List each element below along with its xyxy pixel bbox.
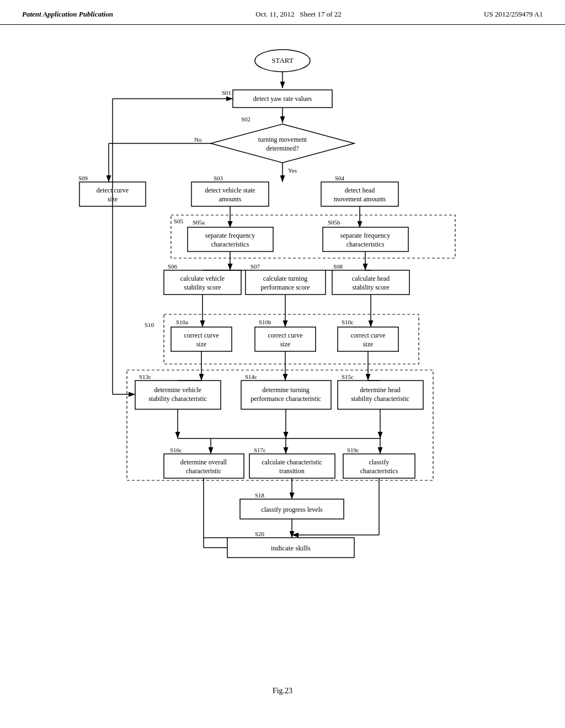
header-left: Patent Application Publication [22, 10, 113, 19]
s10a-label: S10a [176, 319, 188, 325]
svg-text:characteristics: characteristics [347, 240, 385, 248]
s04-label: S04 [335, 175, 345, 181]
svg-text:determined?: determined? [266, 144, 299, 152]
s03-label: S03 [214, 175, 223, 181]
svg-text:transition: transition [279, 467, 304, 475]
header-center: Oct. 11, 2012 Sheet 17 of 22 [255, 10, 342, 19]
header-right: US 2012/259479 A1 [484, 10, 543, 19]
fig-caption: Fig.23 [273, 687, 292, 695]
page-header: Patent Application Publication Oct. 11, … [0, 0, 565, 25]
header-sheet: Sheet 17 of 22 [300, 10, 341, 18]
flowchart-svg: START S01 detect yaw rate values S02 tur… [45, 41, 520, 676]
svg-marker-5 [211, 124, 354, 163]
s05a-text: separate frequency [205, 232, 255, 239]
svg-text:characteristics: characteristics [211, 240, 249, 248]
svg-text:performance characteristic: performance characteristic [250, 395, 321, 403]
svg-text:characteristic: characteristic [186, 467, 221, 475]
s10b-text: correct curve [268, 331, 303, 339]
s20-text: indicate skills [271, 544, 311, 552]
s15c-text: determine head [360, 386, 401, 394]
s07-text: calculate turning [263, 275, 307, 282]
s02-text: turning movement [258, 136, 307, 143]
s02-label: S02 [241, 116, 250, 122]
s05b-text: separate frequency [340, 232, 390, 239]
s13c-label: S13c [139, 373, 151, 380]
header-date: Oct. 11, 2012 [255, 10, 294, 18]
s18-label: S18 [255, 492, 265, 499]
svg-text:stability score: stability score [184, 283, 221, 291]
s20-label: S20 [255, 531, 265, 537]
s08-text: calculate head [352, 275, 390, 282]
s05-label: S05 [174, 218, 184, 224]
s07-label: S07 [250, 263, 260, 270]
start-label: START [271, 56, 293, 65]
svg-text:amounts: amounts [219, 195, 242, 203]
svg-text:stability characteristic: stability characteristic [148, 395, 207, 403]
s19c-text: classify [369, 458, 390, 466]
s10-label: S10 [145, 322, 154, 328]
svg-text:performance score: performance score [261, 283, 310, 291]
s15c-label: S15c [342, 373, 354, 380]
s10c-text: correct curve [351, 331, 386, 339]
s10c-label: S10c [342, 319, 354, 325]
s17c-label: S17c [254, 447, 266, 453]
yes-label: Yes [288, 167, 297, 174]
no-label: No [194, 136, 202, 143]
svg-text:size: size [196, 340, 207, 348]
s14c-label: S14c [245, 373, 257, 380]
s19c-label: S19c [347, 447, 359, 453]
s08-label: S08 [333, 263, 343, 270]
s18-text: classify progress levels [261, 506, 323, 513]
diagram-area: START S01 detect yaw rate values S02 tur… [0, 25, 565, 712]
s14c-text: determine turning [262, 386, 310, 394]
svg-text:characteristics: characteristics [360, 467, 398, 475]
svg-text:size: size [363, 340, 374, 348]
s01-text: detect yaw rate values [253, 95, 312, 103]
s01-label: S01 [222, 89, 231, 96]
fig-title: Fig.23 [273, 687, 292, 695]
s05b-label: S05b [328, 219, 340, 226]
s10a-text: correct curve [184, 331, 219, 339]
s06-label: S06 [168, 263, 178, 270]
s04-text: detect head [345, 186, 375, 194]
s13c-text: determine vehicle [154, 386, 201, 394]
svg-text:stability characteristic: stability characteristic [351, 395, 409, 403]
s05a-label: S05a [193, 219, 205, 226]
svg-text:movement amounts: movement amounts [334, 195, 386, 203]
s03-text: detect vehicle state [205, 186, 255, 194]
s16c-text: determine overall [180, 458, 227, 466]
s16c-label: S16c [170, 447, 182, 453]
s17c-text: calculate characteristic [262, 458, 322, 466]
s06-text: calculate vehicle [180, 275, 225, 282]
s10b-label: S10b [259, 319, 271, 325]
svg-text:size: size [280, 340, 291, 348]
svg-text:stability score: stability score [353, 283, 390, 291]
s09-label: S09 [78, 175, 88, 181]
